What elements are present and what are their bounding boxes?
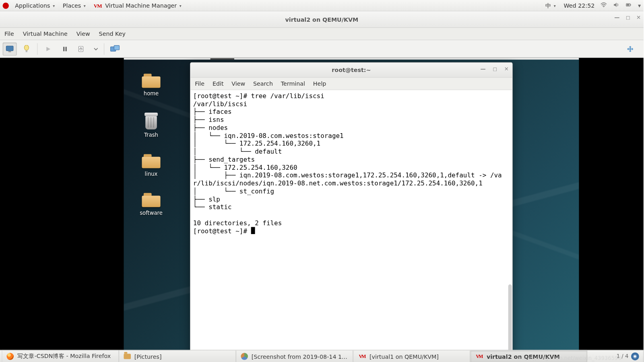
active-app-label: Virtual Machine Manager <box>105 2 177 8</box>
taskbar-item-screenshot[interactable]: [Screenshot from 2019-08-14 1... <box>236 350 353 362</box>
vmm-toolbar <box>0 40 644 58</box>
ime-indicator[interactable]: 中 ▾ <box>544 1 558 10</box>
desktop-icon-label: Trash <box>144 132 158 138</box>
vmm-icon: VM <box>358 354 366 359</box>
terminal-output[interactable]: [root@test ~]# tree /var/lib/iscsi /var/… <box>190 90 512 362</box>
terminal-menu-view[interactable]: View <box>231 80 245 87</box>
terminal-menu-help[interactable]: Help <box>313 80 326 87</box>
terminal-titlebar[interactable]: root@test:~ — ◻ ✕ <box>190 63 512 78</box>
taskbar-label: 写文章-CSDN博客 - Mozilla Firefox <box>17 352 111 360</box>
taskbar-label: [Pictures] <box>134 353 162 360</box>
taskbar-item-virtual2[interactable]: VM virtual2 on QEMU/KVM <box>470 350 587 362</box>
terminal-title: root@test:~ <box>332 67 371 73</box>
active-app-menu[interactable]: VM Virtual Machine Manager ▾ <box>92 1 183 10</box>
desktop-icon-software[interactable]: software <box>138 193 165 216</box>
terminal-menu-edit[interactable]: Edit <box>213 80 224 87</box>
firefox-icon <box>6 353 14 360</box>
desktop-icon-home[interactable]: home <box>138 74 165 97</box>
host-taskbar: 写文章-CSDN博客 - Mozilla Firefox [Pictures] … <box>0 350 644 362</box>
svg-point-7 <box>24 45 29 50</box>
svg-rect-10 <box>66 47 67 51</box>
host-topbar: Applications ▾ Places ▾ VM Virtual Machi… <box>0 0 644 12</box>
maximize-button[interactable]: ◻ <box>626 14 630 21</box>
chevron-down-icon: ▾ <box>554 3 556 8</box>
svg-rect-15 <box>114 45 119 50</box>
battery-icon[interactable] <box>625 2 632 9</box>
vm-display[interactable]: home Trash linux software <box>0 58 644 362</box>
desktop-icon-label: linux <box>145 171 158 177</box>
terminal-close-button[interactable]: ✕ <box>504 66 509 72</box>
folder-icon <box>124 353 131 360</box>
svg-rect-11 <box>78 46 83 51</box>
terminal-menu-terminal[interactable]: Terminal <box>281 80 305 87</box>
desktop-icon-linux[interactable]: linux <box>138 154 165 177</box>
terminal-cursor <box>251 227 255 234</box>
run-button[interactable] <box>41 42 55 56</box>
taskbar-item-firefox[interactable]: 写文章-CSDN博客 - Mozilla Firefox <box>2 350 119 362</box>
wifi-icon[interactable] <box>601 2 607 9</box>
vmm-titlebar: virtual2 on QEMU/KVM — ◻ ✕ <box>0 12 644 28</box>
terminal-minimize-button[interactable]: — <box>480 66 485 72</box>
snapshot-button[interactable] <box>108 42 122 56</box>
chevron-down-icon: ▾ <box>53 3 55 8</box>
vmm-menubar: File Virtual Machine View Send Key <box>0 28 644 40</box>
menu-virtual-machine[interactable]: Virtual Machine <box>23 31 68 37</box>
minimize-button[interactable]: — <box>614 14 619 21</box>
system-tray: 中 ▾ Wed 22:52 ▾ <box>544 1 641 10</box>
applications-label: Applications <box>15 2 50 8</box>
terminal-menu-file[interactable]: File <box>195 80 204 87</box>
taskbar-item-pictures[interactable]: [Pictures] <box>119 350 236 362</box>
workspace-pager[interactable]: 1 / 4 ◉ <box>612 350 644 362</box>
terminal-menu-search[interactable]: Search <box>253 80 273 87</box>
svg-rect-4 <box>627 4 630 6</box>
places-menu[interactable]: Places ▾ <box>61 1 87 10</box>
image-viewer-icon <box>241 353 248 360</box>
shutdown-dropdown[interactable] <box>91 42 100 56</box>
ime-label: 中 <box>545 2 551 10</box>
svg-text:VM: VM <box>94 2 102 8</box>
desktop-icon-label: software <box>140 210 163 216</box>
system-menu-icon[interactable]: ▾ <box>638 2 641 8</box>
taskbar-item-virtual1[interactable]: VM [virtual1 on QEMU/KVM] <box>353 350 470 362</box>
menu-file[interactable]: File <box>4 31 14 37</box>
chevron-down-icon: ▾ <box>84 3 86 8</box>
terminal-maximize-button[interactable]: ◻ <box>493 66 497 72</box>
close-button[interactable]: ✕ <box>636 14 641 21</box>
menu-view[interactable]: View <box>76 31 90 37</box>
desktop-icons: home Trash linux software <box>138 74 165 216</box>
svg-rect-6 <box>8 51 11 52</box>
vmm-title: virtual2 on QEMU/KVM <box>285 16 358 23</box>
guest-panel-thumb <box>211 58 234 60</box>
clock[interactable]: Wed 22:52 <box>564 2 595 8</box>
console-button[interactable] <box>3 42 17 56</box>
details-button[interactable] <box>19 42 33 56</box>
vmm-icon: VM <box>94 2 103 8</box>
svg-point-1 <box>603 6 604 7</box>
pause-button[interactable] <box>58 42 72 56</box>
folder-icon <box>142 74 160 88</box>
volume-icon[interactable] <box>613 2 619 9</box>
shutdown-button[interactable] <box>75 42 89 56</box>
terminal-window: root@test:~ — ◻ ✕ File Edit View Search … <box>190 62 513 362</box>
svg-rect-9 <box>63 47 64 51</box>
desktop-icon-label: home <box>144 90 159 97</box>
trash-icon <box>144 113 159 130</box>
guest-panel <box>124 58 579 60</box>
taskbar-label: virtual2 on QEMU/KVM <box>487 353 560 360</box>
menu-send-key[interactable]: Send Key <box>99 31 126 37</box>
taskbar-label: [virtual1 on QEMU/KVM] <box>369 353 439 360</box>
folder-icon <box>142 193 160 207</box>
fullscreen-button[interactable] <box>623 42 637 56</box>
chevron-down-icon: ▾ <box>180 3 182 8</box>
taskbar-label: [Screenshot from 2019-08-14 1... <box>252 353 347 360</box>
accessibility-icon[interactable]: ◉ <box>631 352 639 360</box>
terminal-menubar: File Edit View Search Terminal Help <box>190 78 512 90</box>
pager-label: 1 / 4 <box>617 353 629 359</box>
applications-menu[interactable]: Applications ▾ <box>13 1 57 10</box>
svg-rect-5 <box>6 46 13 51</box>
desktop-icon-trash[interactable]: Trash <box>138 113 165 138</box>
vmm-window: virtual2 on QEMU/KVM — ◻ ✕ File Virtual … <box>0 12 644 362</box>
vmm-icon: VM <box>475 354 483 359</box>
terminal-scrollbar[interactable] <box>508 284 512 355</box>
svg-rect-8 <box>26 50 27 52</box>
